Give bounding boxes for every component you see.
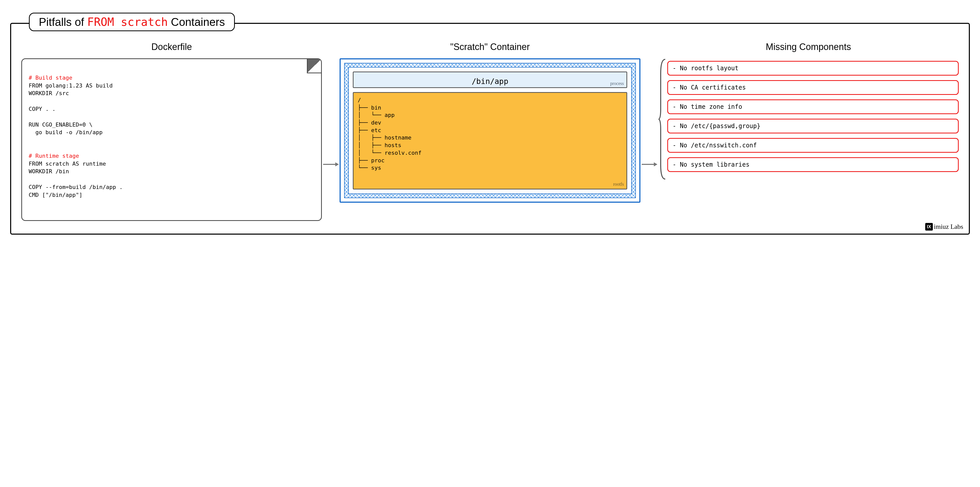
brand-watermark: IXimiuz Labs <box>925 223 963 231</box>
missing-item: - No CA certificates <box>667 80 959 95</box>
container-outer-border: /bin/app process / ├── bin │ └── app ├──… <box>340 58 640 203</box>
diagram-title-badge: Pitfalls of FROM scratch Containers <box>29 13 235 31</box>
rootfs-tree: / ├── bin │ └── app ├── dev ├── etc │ ├─… <box>358 97 422 171</box>
title-prefix: Pitfalls of <box>39 16 87 28</box>
missing-item: - No system libraries <box>667 157 959 172</box>
svg-marker-3 <box>654 162 657 166</box>
title-suffix: Containers <box>168 16 225 28</box>
column-missing: Missing Components - No rootfs layout - … <box>658 41 959 179</box>
missing-item-text: - No system libraries <box>673 161 749 168</box>
container-heading: "Scratch" Container <box>340 41 640 52</box>
column-container: "Scratch" Container /bin/app process / ├… <box>340 41 640 203</box>
process-box: /bin/app process <box>353 72 627 88</box>
missing-item: - No rootfs layout <box>667 61 959 76</box>
missing-item-text: - No time zone info <box>673 103 742 110</box>
missing-item-text: - No rootfs layout <box>673 65 738 72</box>
dockerfile-heading: Dockerfile <box>21 41 322 52</box>
missing-item: - No /etc/{passwd,group} <box>667 119 959 134</box>
rootfs-tag: rootfs <box>613 181 624 187</box>
process-tag: process <box>610 81 624 86</box>
container-inner: /bin/app process / ├── bin │ └── app ├──… <box>348 67 632 194</box>
process-label: /bin/app <box>472 77 509 86</box>
arrow-right-icon <box>640 41 658 221</box>
diagram-frame: Pitfalls of FROM scratch Containers Dock… <box>10 23 970 235</box>
page-fold-icon <box>307 59 321 73</box>
missing-item-text: - No /etc/nsswitch.conf <box>673 142 757 149</box>
missing-item-text: - No CA certificates <box>673 84 746 91</box>
dockerfile-runtime-comment: # Runtime stage <box>29 153 79 159</box>
title-highlight: FROM scratch <box>87 16 168 29</box>
arrow-right-icon <box>322 41 340 221</box>
dockerfile-card: # Build stage FROM golang:1.23 AS build … <box>21 58 322 221</box>
missing-list: - No rootfs layout - No CA certificates … <box>658 58 959 179</box>
missing-item: - No time zone info <box>667 99 959 114</box>
svg-marker-1 <box>335 162 339 166</box>
dockerfile-build-lines: FROM golang:1.23 AS build WORKDIR /src C… <box>29 83 113 136</box>
columns-grid: Dockerfile # Build stage FROM golang:1.2… <box>21 41 959 221</box>
curly-brace-icon <box>658 58 666 180</box>
container-hatch-ring: /bin/app process / ├── bin │ └── app ├──… <box>344 63 636 198</box>
rootfs-box: / ├── bin │ └── app ├── dev ├── etc │ ├─… <box>353 92 627 189</box>
dockerfile-build-comment: # Build stage <box>29 75 72 81</box>
brand-text: imiuz Labs <box>934 223 963 231</box>
dockerfile-runtime-lines: FROM scratch AS runtime WORKDIR /bin COP… <box>29 161 123 198</box>
missing-heading: Missing Components <box>658 41 959 52</box>
missing-item-text: - No /etc/{passwd,group} <box>673 123 760 130</box>
brand-logo-icon: IX <box>925 223 933 231</box>
missing-item: - No /etc/nsswitch.conf <box>667 138 959 153</box>
column-dockerfile: Dockerfile # Build stage FROM golang:1.2… <box>21 41 322 221</box>
